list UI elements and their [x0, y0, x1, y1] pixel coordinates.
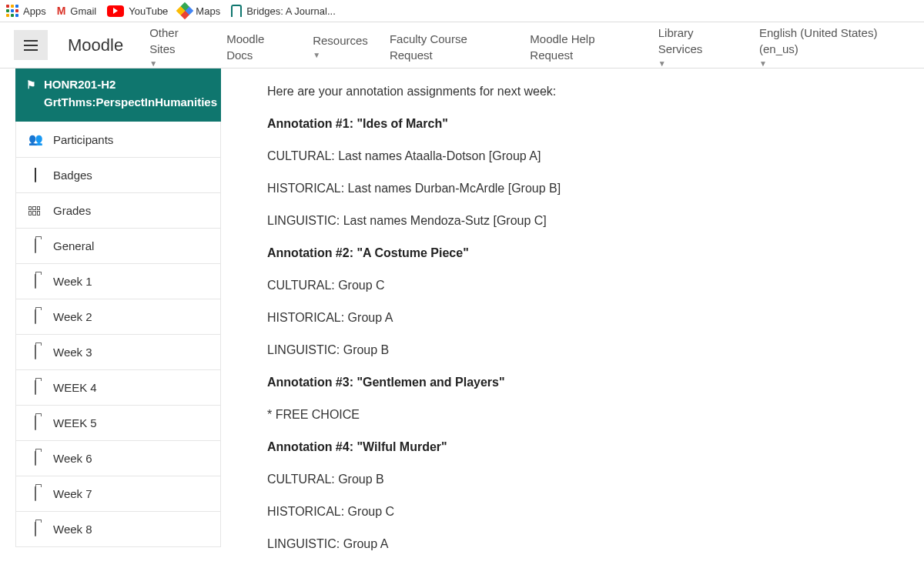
nav-item-label: Library Services	[658, 25, 738, 57]
folder-icon	[28, 275, 42, 288]
course-title: GrtThms:PerspectInHumanities (HNR) FA20	[44, 94, 221, 112]
annotation-2-linguistic: LINGUISTIC: Group B	[267, 341, 814, 359]
sidebar-item-grades[interactable]: Grades	[15, 193, 221, 229]
sidebar-item-week-5[interactable]: WEEK 5	[15, 406, 221, 441]
nav-links: Other Sites ▼ Moodle Docs Resources ▼ Fa…	[139, 22, 924, 68]
sidebar-item-label: Week 1	[53, 275, 92, 288]
brand-title[interactable]: Moodle	[48, 22, 139, 68]
sidebar-item-label: General	[53, 239, 94, 252]
annotation-4-cultural: CULTURAL: Group B	[267, 470, 814, 489]
grid-icon	[28, 206, 42, 216]
sidebar-course-header[interactable]: HONR201-H2 GrtThms:PerspectInHumanities …	[15, 68, 221, 122]
gmail-icon: M	[57, 5, 66, 17]
annotation-4-linguistic: LINGUISTIC: Group A	[267, 535, 814, 553]
bookmark-maps[interactable]: Maps	[179, 5, 220, 17]
nav-item-language[interactable]: English (United States) (en_us) ▼	[748, 22, 924, 68]
nav-item-label: English (United States) (en_us)	[759, 25, 913, 57]
folder-icon	[28, 452, 42, 465]
nav-item-label: Resources	[313, 32, 368, 48]
folder-icon	[28, 487, 42, 500]
sidebar-item-week-3[interactable]: Week 3	[15, 335, 221, 370]
sidebar-item-participants[interactable]: Participants	[15, 122, 221, 158]
folder-icon	[28, 239, 42, 252]
nav-item-label: Moodle Docs	[226, 31, 291, 63]
bookmark-gmail[interactable]: M Gmail	[57, 5, 97, 17]
annotation-2-title: Annotation #2: "A Costume Piece"	[267, 246, 469, 259]
folder-icon	[28, 416, 42, 429]
sidebar-item-week-8[interactable]: Week 8	[15, 512, 221, 547]
annotation-4-title: Annotation #4: "Wilful Murder"	[267, 440, 447, 453]
course-title-block: HONR201-H2 GrtThms:PerspectInHumanities …	[44, 76, 221, 111]
sidebar-item-week-1[interactable]: Week 1	[15, 264, 221, 299]
sidebar-item-label: Week 8	[53, 523, 92, 536]
annotation-1-historical: HISTORICAL: Last names Durban-McArdle [G…	[267, 179, 814, 198]
chevron-down-icon: ▼	[149, 58, 205, 69]
annotation-2-cultural: CULTURAL: Group C	[267, 276, 814, 295]
maps-icon	[176, 2, 194, 20]
sidebar-item-label: WEEK 5	[53, 416, 97, 429]
nav-item-faculty-course-request[interactable]: Faculty Course Request	[379, 22, 519, 68]
users-icon	[28, 132, 42, 146]
nav-item-other-sites[interactable]: Other Sites ▼	[139, 22, 216, 68]
folder-icon	[28, 310, 42, 323]
bookmark-bridges[interactable]: Bridges: A Journal...	[231, 5, 336, 17]
hamburger-icon	[24, 40, 38, 51]
folder-icon	[28, 381, 42, 394]
youtube-icon	[107, 5, 124, 17]
nav-item-label: Faculty Course Request	[390, 31, 508, 63]
course-sidebar: HONR201-H2 GrtThms:PerspectInHumanities …	[15, 68, 221, 568]
apps-icon	[6, 5, 18, 17]
sidebar-item-label: Grades	[53, 204, 91, 217]
browser-bookmark-bar: Apps M Gmail YouTube Maps Bridges: A Jou…	[0, 0, 924, 22]
nav-item-moodle-help-request[interactable]: Moodle Help Request	[519, 22, 647, 68]
bookmark-apps[interactable]: Apps	[6, 5, 46, 17]
bookmark-label: Maps	[196, 5, 220, 17]
chevron-down-icon: ▼	[658, 58, 738, 69]
shield-icon	[28, 169, 42, 182]
sidebar-item-week-7[interactable]: Week 7	[15, 476, 221, 512]
bookmark-youtube[interactable]: YouTube	[107, 5, 168, 17]
menu-toggle-button[interactable]	[14, 30, 48, 60]
sidebar-item-label: Week 2	[53, 310, 92, 323]
annotation-1-title: Annotation #1: "Ides of March"	[267, 117, 448, 130]
annotation-1-linguistic: LINGUISTIC: Last names Mendoza-Sutz [Gro…	[267, 212, 814, 230]
nav-item-library-services[interactable]: Library Services ▼	[648, 22, 748, 68]
annotation-2-historical: HISTORICAL: Group A	[267, 309, 814, 327]
folder-icon	[28, 346, 42, 359]
sidebar-item-label: Week 6	[53, 452, 92, 465]
folder-icon	[28, 523, 42, 536]
sidebar-item-week-6[interactable]: Week 6	[15, 441, 221, 476]
chevron-down-icon: ▼	[759, 58, 913, 69]
bookmark-label: YouTube	[129, 5, 168, 17]
intro-text: Here are your annotation assignments for…	[267, 82, 814, 101]
annotation-3-free-choice: * FREE CHOICE	[267, 406, 814, 424]
sidebar-item-label: Participants	[53, 133, 113, 146]
bridges-icon	[231, 5, 242, 17]
sidebar-item-week-2[interactable]: Week 2	[15, 299, 221, 335]
bookmark-label: Gmail	[70, 5, 96, 17]
sidebar-item-label: Week 3	[53, 346, 92, 359]
sidebar-item-label: Week 7	[53, 487, 92, 500]
flag-icon	[26, 76, 36, 111]
annotation-3-title: Annotation #3: "Gentlemen and Players"	[267, 376, 505, 389]
sidebar-item-badges[interactable]: Badges	[15, 158, 221, 193]
nav-item-label: Other Sites	[149, 25, 205, 57]
nav-item-resources[interactable]: Resources ▼	[302, 22, 379, 68]
course-code: HONR201-H2	[44, 76, 221, 94]
sidebar-item-label: Badges	[53, 169, 92, 182]
nav-item-moodle-docs[interactable]: Moodle Docs	[216, 22, 302, 68]
annotation-4-historical: HISTORICAL: Group C	[267, 503, 814, 521]
assignment-content: Here are your annotation assignments for…	[244, 68, 837, 568]
bookmark-label: Bridges: A Journal...	[246, 5, 336, 17]
top-nav: Moodle Other Sites ▼ Moodle Docs Resourc…	[0, 22, 924, 68]
nav-item-label: Moodle Help Request	[530, 31, 636, 63]
main-content-wrap: Here are your annotation assignments for…	[221, 68, 924, 568]
sidebar-item-week-4[interactable]: WEEK 4	[15, 370, 221, 406]
sidebar-item-label: WEEK 4	[53, 381, 97, 394]
bookmark-label: Apps	[23, 5, 46, 17]
sidebar-item-general[interactable]: General	[15, 229, 221, 264]
chevron-down-icon: ▼	[313, 50, 368, 61]
annotation-1-cultural: CULTURAL: Last names Ataalla-Dotson [Gro…	[267, 147, 814, 165]
